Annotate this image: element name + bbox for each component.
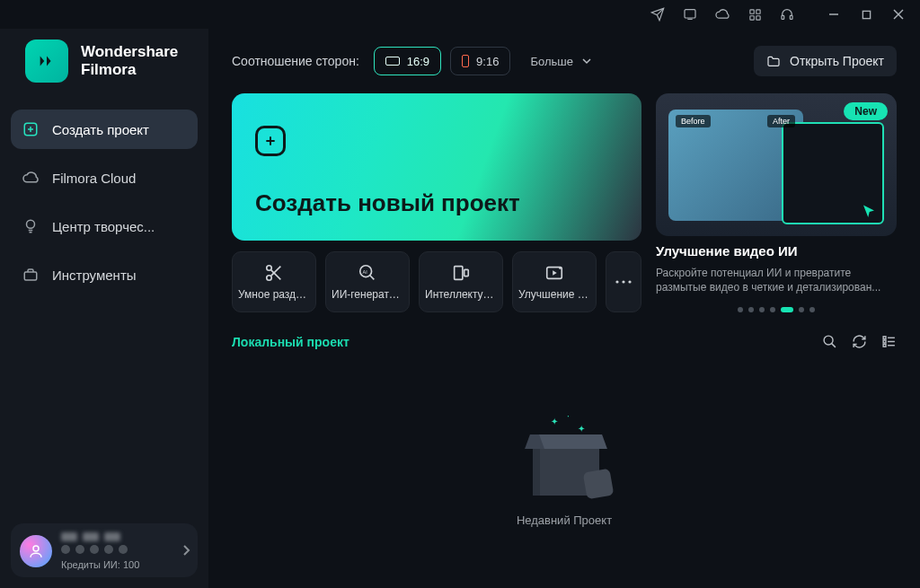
carousel-dots[interactable] xyxy=(656,307,897,312)
tab-local-project[interactable]: Локальный проект xyxy=(232,335,349,349)
tool-enhance-video[interactable]: Улучшение ви... xyxy=(512,251,597,312)
window-close-icon[interactable] xyxy=(884,2,913,27)
lightbulb-icon xyxy=(22,217,40,235)
aspect-9-16-button[interactable]: 9:16 xyxy=(450,47,510,75)
refresh-icon[interactable] xyxy=(852,334,867,349)
create-project-card[interactable]: Создать новый проект xyxy=(232,93,641,241)
sidebar-item-create-project[interactable]: Создать проект xyxy=(11,110,198,149)
promo-before-label: Before xyxy=(676,115,711,127)
window-maximize-icon[interactable] xyxy=(852,2,880,27)
apps-icon[interactable] xyxy=(740,2,769,27)
window-minimize-icon[interactable] xyxy=(819,2,848,27)
account-text: Кредиты ИИ: 100 xyxy=(61,532,139,570)
empty-box-icon: ✦✦· xyxy=(515,411,614,501)
search-icon[interactable] xyxy=(822,334,837,349)
tool-more-button[interactable] xyxy=(606,251,641,312)
svg-point-29 xyxy=(615,280,618,283)
list-view-icon[interactable] xyxy=(881,334,897,349)
sidebar-item-label: Центр творчес... xyxy=(52,219,155,234)
avatar xyxy=(20,535,52,567)
svg-rect-1 xyxy=(749,9,753,13)
toolbox-icon xyxy=(22,266,40,284)
portrait-rect-icon xyxy=(462,55,469,67)
aspect-label: Соотношение сторон: xyxy=(232,54,359,68)
scissors-icon xyxy=(264,263,284,283)
svg-rect-26 xyxy=(464,269,469,276)
headset-icon[interactable] xyxy=(773,2,801,27)
chevron-down-icon xyxy=(582,57,591,66)
cloud-icon[interactable] xyxy=(708,2,737,27)
message-icon[interactable] xyxy=(676,2,704,27)
tool-intellectual[interactable]: Интеллектуал... xyxy=(419,251,503,312)
toolbar: Соотношение сторон: 16:9 9:16 Больше Отк… xyxy=(232,29,897,93)
svg-rect-6 xyxy=(790,15,792,19)
credits-label: Кредиты ИИ: 100 xyxy=(61,559,139,570)
open-project-button[interactable]: Открыть Проект xyxy=(754,46,897,76)
ratio-label: 9:16 xyxy=(476,55,499,68)
svg-point-32 xyxy=(824,336,833,345)
svg-point-19 xyxy=(267,266,272,271)
tool-label: ИИ-генератор... xyxy=(332,288,403,301)
enhance-icon xyxy=(544,263,564,283)
cursor-icon xyxy=(861,204,877,220)
plus-icon xyxy=(255,126,286,156)
open-project-label: Открыть Проект xyxy=(790,54,884,68)
svg-point-20 xyxy=(267,276,272,281)
svg-rect-0 xyxy=(685,10,695,18)
sidebar: Wondershare Filmora Создать проект Filmo… xyxy=(0,29,208,588)
tool-smart-split[interactable]: Умное раздел... xyxy=(232,251,316,312)
svg-point-31 xyxy=(628,280,631,283)
plus-square-icon xyxy=(22,120,40,138)
logo-mark-icon xyxy=(25,39,68,83)
svg-rect-35 xyxy=(883,340,886,343)
tool-ai-generator[interactable]: AI ИИ-генератор... xyxy=(325,251,410,312)
section-header: Локальный проект xyxy=(232,334,897,349)
logo: Wondershare Filmora xyxy=(0,36,208,101)
empty-state: ✦✦· Недавний Проект xyxy=(232,349,897,588)
tool-label: Интеллектуал... xyxy=(425,288,497,301)
promo-image: Before After New xyxy=(656,93,897,236)
chevron-right-icon xyxy=(181,545,190,556)
svg-text:AI: AI xyxy=(363,269,368,275)
sidebar-item-label: Filmora Cloud xyxy=(52,171,136,186)
svg-rect-5 xyxy=(782,15,784,19)
svg-point-30 xyxy=(622,280,624,283)
landscape-rect-icon xyxy=(385,57,400,66)
sidebar-item-tools[interactable]: Инструменты xyxy=(11,255,198,294)
titlebar xyxy=(0,0,920,29)
account-panel[interactable]: Кредиты ИИ: 100 xyxy=(11,523,198,577)
promo-card[interactable]: Before After New Улучшение видео ИИ Раск… xyxy=(656,93,897,312)
brand-line2: Filmora xyxy=(81,61,178,79)
content: Соотношение сторон: 16:9 9:16 Больше Отк… xyxy=(208,29,920,588)
empty-label: Недавний Проект xyxy=(517,513,612,527)
ai-icon: AI xyxy=(358,263,377,283)
cloud-icon xyxy=(22,169,40,187)
sidebar-item-label: Создать проект xyxy=(52,122,149,137)
crop-icon xyxy=(451,263,471,283)
tool-label: Умное раздел... xyxy=(238,288,310,301)
svg-point-16 xyxy=(33,546,39,551)
ellipsis-icon xyxy=(615,279,632,285)
svg-point-14 xyxy=(27,220,35,228)
svg-rect-36 xyxy=(883,344,886,347)
promo-title: Улучшение видео ИИ xyxy=(656,243,897,259)
svg-rect-34 xyxy=(883,337,886,339)
svg-rect-15 xyxy=(24,272,37,280)
sidebar-item-label: Инструменты xyxy=(52,268,137,283)
svg-rect-25 xyxy=(455,267,463,280)
sidebar-item-filmora-cloud[interactable]: Filmora Cloud xyxy=(11,158,198,197)
aspect-more-dropdown[interactable]: Больше xyxy=(519,47,602,75)
tool-label: Улучшение ви... xyxy=(518,288,590,301)
svg-rect-3 xyxy=(749,15,753,19)
svg-rect-2 xyxy=(756,9,759,13)
brand-line1: Wondershare xyxy=(81,43,178,61)
sidebar-item-creative-center[interactable]: Центр творчес... xyxy=(11,206,198,246)
folder-icon xyxy=(766,55,781,67)
telegram-icon[interactable] xyxy=(643,2,672,27)
svg-rect-8 xyxy=(862,11,870,18)
svg-point-28 xyxy=(559,267,562,269)
aspect-16-9-button[interactable]: 16:9 xyxy=(374,47,441,75)
create-project-label: Создать новый проект xyxy=(255,189,618,217)
svg-rect-4 xyxy=(756,15,759,19)
svg-line-33 xyxy=(832,344,836,347)
